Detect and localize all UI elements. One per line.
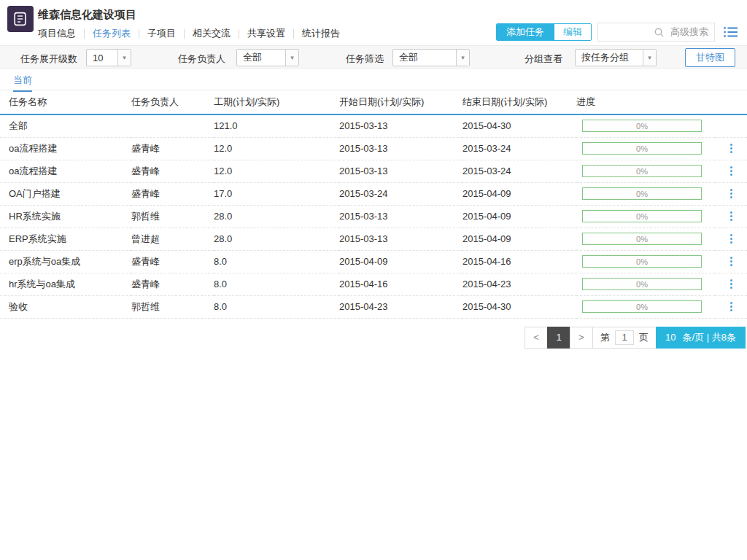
group-view-value: 按任务分组 [576, 50, 643, 66]
row-menu-icon[interactable] [715, 234, 747, 244]
group-view-select[interactable]: 按任务分组 ▾ [575, 49, 657, 66]
task-table: 任务名称 任务负责人 工期(计划/实际) 开始日期(计划/实际) 结束日期(计划… [0, 90, 747, 319]
tab-task-list[interactable]: 任务列表 [93, 27, 131, 40]
view-tabs: 当前 [0, 69, 747, 90]
task-end-date: 2015-04-30 [462, 295, 576, 318]
row-menu-icon[interactable] [715, 144, 747, 153]
row-menu-icon[interactable] [715, 257, 747, 266]
advanced-search-link[interactable]: 高级搜索 [670, 26, 708, 39]
progress-bar: 0% [582, 120, 702, 132]
expand-level-select[interactable]: 10 ▾ [86, 49, 131, 66]
chevron-down-icon: ▾ [117, 50, 131, 66]
tab-statistics[interactable]: 统计报告 [302, 27, 340, 40]
nav-divider [184, 29, 185, 39]
table-row[interactable]: erp系统与oa集成 盛青峰 8.0 2015-04-09 2015-04-16… [0, 250, 747, 273]
task-duration: 12.0 [214, 160, 339, 182]
col-task-name: 任务名称 [0, 90, 131, 114]
tab-sub-project[interactable]: 子项目 [147, 27, 176, 40]
progress-bar: 0% [582, 278, 702, 290]
page-jump: 第 页 [592, 327, 657, 349]
task-start-date: 2015-04-09 [339, 250, 462, 273]
gantt-chart-button[interactable]: 甘特图 [685, 48, 735, 67]
page-size-info[interactable]: 10 条/页 | 共8条 [656, 327, 746, 349]
document-icon [12, 11, 28, 27]
page-title: 维森信息化建设项目 [38, 8, 136, 22]
progress-label: 0% [636, 257, 648, 266]
task-filter-select[interactable]: 全部 ▾ [392, 49, 470, 66]
task-start-date: 2015-03-13 [339, 205, 462, 228]
progress-bar: 0% [582, 300, 702, 313]
progress-bar: 0% [582, 210, 702, 222]
tab-share-settings[interactable]: 共享设置 [247, 27, 285, 40]
chevron-down-icon: ▾ [456, 50, 469, 66]
task-name: erp系统与oa集成 [0, 250, 131, 273]
table-row[interactable]: 全部 121.0 2015-03-13 2015-04-30 0% [0, 114, 747, 137]
tab-communication[interactable]: 相关交流 [193, 27, 231, 40]
expand-level-value: 10 [87, 50, 117, 66]
task-action-group: 添加任务 编辑 [496, 23, 592, 41]
progress-bar: 0% [582, 187, 702, 200]
tab-project-info[interactable]: 项目信息 [38, 27, 76, 40]
row-menu-icon[interactable] [715, 166, 747, 176]
task-menu-cell [715, 137, 747, 160]
nav-divider [293, 29, 294, 39]
progress-bar: 0% [582, 255, 702, 268]
task-end-date: 2015-04-09 [462, 205, 576, 228]
task-owner: 郭哲维 [131, 295, 214, 318]
table-row[interactable]: 验收 郭哲维 8.0 2015-04-23 2015-04-30 0% [0, 295, 747, 318]
progress-label: 0% [636, 303, 648, 311]
list-view-icon[interactable] [724, 26, 738, 38]
row-menu-icon[interactable] [715, 189, 747, 198]
task-owner-select[interactable]: 全部 ▾ [236, 49, 299, 66]
task-name: OA门户搭建 [0, 182, 131, 205]
search-box: 高级搜索 [597, 23, 715, 42]
task-progress-cell: 0% [576, 114, 715, 137]
search-icon[interactable] [654, 27, 665, 38]
col-duration: 工期(计划/实际) [214, 90, 339, 114]
row-menu-icon[interactable] [715, 279, 747, 289]
group-view-label: 分组查看 [525, 52, 562, 66]
progress-label: 0% [636, 235, 648, 244]
page-size-value: 10 [665, 332, 676, 343]
task-duration: 8.0 [214, 250, 339, 273]
page-jump-input[interactable] [615, 330, 634, 345]
current-page-button[interactable]: 1 [547, 327, 570, 349]
task-name: ERP系统实施 [0, 228, 131, 250]
progress-bar: 0% [582, 165, 702, 177]
row-menu-icon[interactable] [715, 211, 747, 221]
task-menu-cell [715, 250, 747, 273]
table-row[interactable]: oa流程搭建 盛青峰 12.0 2015-03-13 2015-03-24 0% [0, 137, 747, 160]
task-end-date: 2015-04-23 [462, 273, 576, 295]
col-progress: 进度 [576, 90, 715, 114]
task-owner-value: 全部 [237, 50, 285, 66]
table-row[interactable]: hr系统与oa集成 盛青峰 8.0 2015-04-16 2015-04-23 … [0, 273, 747, 295]
col-actions [715, 90, 747, 114]
next-page-button[interactable]: > [570, 327, 593, 349]
task-owner: 盛青峰 [131, 182, 214, 205]
search-input[interactable] [604, 27, 654, 38]
edit-button[interactable]: 编辑 [554, 24, 591, 40]
task-owner: 盛青峰 [131, 160, 214, 182]
task-duration: 12.0 [214, 137, 339, 160]
prev-page-button[interactable]: < [525, 327, 548, 349]
task-name: 验收 [0, 295, 131, 318]
row-menu-icon[interactable] [715, 302, 747, 311]
jump-suffix-label: 页 [639, 331, 649, 344]
table-row[interactable]: OA门户搭建 盛青峰 17.0 2015-03-24 2015-04-09 0% [0, 182, 747, 205]
task-progress-cell: 0% [576, 160, 715, 182]
topbar: 维森信息化建设项目 项目信息 任务列表 子项目 相关交流 共享设置 统计报告 添… [0, 0, 747, 45]
task-end-date: 2015-04-09 [462, 182, 576, 205]
table-row[interactable]: HR系统实施 郭哲维 28.0 2015-03-13 2015-04-09 0% [0, 205, 747, 228]
tab-current[interactable]: 当前 [13, 74, 32, 92]
task-progress-cell: 0% [576, 205, 715, 228]
table-header-row: 任务名称 任务负责人 工期(计划/实际) 开始日期(计划/实际) 结束日期(计划… [0, 90, 747, 114]
task-end-date: 2015-04-16 [462, 250, 576, 273]
task-end-date: 2015-03-24 [462, 137, 576, 160]
task-end-date: 2015-04-09 [462, 228, 576, 250]
table-row[interactable]: ERP系统实施 曾进超 28.0 2015-03-13 2015-04-09 0… [0, 228, 747, 250]
nav-divider [139, 29, 139, 39]
add-task-button[interactable]: 添加任务 [497, 24, 554, 40]
task-owner [131, 114, 214, 137]
task-name: hr系统与oa集成 [0, 273, 131, 295]
table-row[interactable]: oa流程搭建 盛青峰 12.0 2015-03-13 2015-03-24 0% [0, 160, 747, 182]
